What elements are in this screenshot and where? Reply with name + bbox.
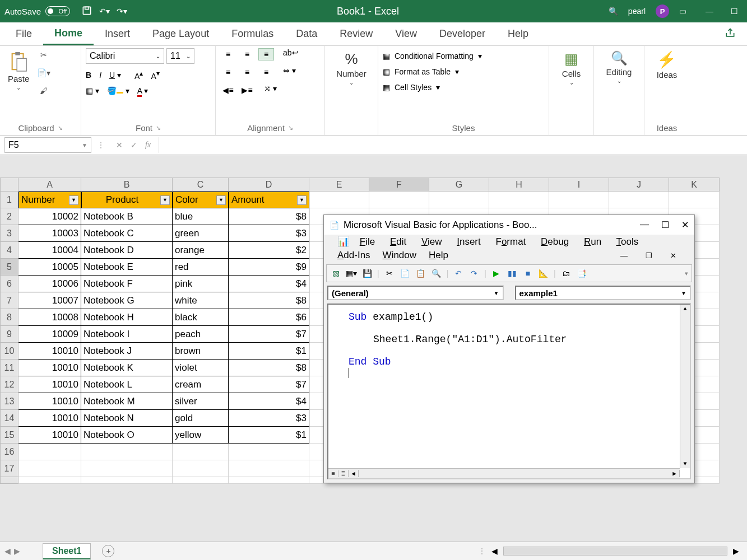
cell[interactable] [369,192,429,208]
row-header[interactable]: 12 [0,376,18,393]
cell[interactable]: 10002 [18,208,81,225]
cells-button[interactable]: ▦ Cells ⌄ [559,48,584,88]
cell[interactable]: 10003 [18,225,81,242]
ribbon-display-icon[interactable]: ▭ [679,7,686,16]
cell[interactable]: $6 [229,309,309,326]
row-header[interactable]: 3 [0,225,18,242]
row-header[interactable]: 11 [0,360,18,376]
vba-excel-icon[interactable]: 📊 [337,236,349,247]
share-button[interactable] [718,27,743,40]
cell[interactable]: 10010 [18,393,81,410]
editing-button[interactable]: 🔍 Editing ⌄ [603,48,635,86]
col-header-C[interactable]: C [173,178,229,192]
cell[interactable]: $1 [229,427,309,444]
scroll-left-icon[interactable]: ◀ [488,547,501,556]
vba-vertical-scrollbar[interactable]: ▲▼ [680,305,690,468]
cut-icon[interactable]: ✂ [36,48,52,62]
vba-minimize-button[interactable]: — [640,220,649,230]
vba-undo-icon[interactable]: ↶ [453,268,464,279]
row-header[interactable]: 16 [0,444,18,460]
cell[interactable]: $3 [229,410,309,427]
cell[interactable] [18,444,81,460]
vba-redo-icon[interactable]: ↷ [468,268,480,279]
row-header[interactable]: 4 [0,242,18,259]
cell[interactable] [173,460,229,477]
vba-design-icon[interactable]: 📐 [538,268,549,279]
col-header-I[interactable]: I [549,178,609,192]
cell[interactable]: 10005 [18,259,81,276]
row-header[interactable]: 8 [0,309,18,326]
alignment-launcher[interactable]: ↘ [288,124,293,132]
vba-menu-run[interactable]: Run [584,236,601,247]
copy-icon[interactable]: 📄▾ [36,66,52,80]
vba-menu-view[interactable]: View [421,236,442,247]
cell[interactable] [81,444,173,460]
vba-mdi-close[interactable]: ✕ [670,251,676,260]
row-header[interactable] [0,477,18,484]
row-header[interactable]: 10 [0,343,18,360]
cell[interactable]: $8 [229,292,309,309]
cell[interactable]: white [173,292,229,309]
cell[interactable]: Notebook M [81,393,173,410]
vba-menu-file[interactable]: File [360,236,375,247]
align-left-icon[interactable]: ≡ [220,66,236,78]
sheet-tab-sheet1[interactable]: Sheet1 [43,543,91,559]
vba-mdi-minimize[interactable]: — [620,251,628,260]
maximize-button[interactable]: ☐ [726,7,743,16]
cell[interactable] [429,192,489,208]
cell[interactable]: Notebook N [81,410,173,427]
font-color-button[interactable]: A ▾ [137,86,148,95]
cell[interactable]: $8 [229,208,309,225]
vba-project-icon[interactable]: 🗂 [560,268,572,279]
cell[interactable]: 10006 [18,276,81,292]
header-cell[interactable]: Amount▼ [229,192,309,208]
cell[interactable]: red [173,259,229,276]
tab-review[interactable]: Review [328,22,384,45]
cell[interactable]: $9 [229,259,309,276]
cell[interactable] [18,477,81,484]
header-cell[interactable]: Color▼ [173,192,229,208]
tab-home[interactable]: Home [43,22,94,45]
cell[interactable]: silver [173,393,229,410]
cell[interactable]: Notebook E [81,259,173,276]
vba-copy-icon[interactable]: 📄 [400,268,411,279]
cell[interactable]: Notebook I [81,326,173,343]
cell[interactable] [489,192,549,208]
vba-procedure-combo[interactable]: example1▼ [515,286,692,300]
tab-file[interactable]: File [4,22,43,45]
cell[interactable]: Notebook D [81,242,173,259]
vba-menu-help[interactable]: Help [429,250,448,261]
vba-code-pane[interactable]: Sub example1() Sheet1.Range("A1:D1").Aut… [327,304,691,479]
merge-center-icon[interactable]: ⇔ ▾ [283,66,296,78]
col-header-A[interactable]: A [18,178,81,192]
cell[interactable]: 10010 [18,427,81,444]
cell[interactable]: blue [173,208,229,225]
cell[interactable] [549,192,609,208]
cell[interactable] [309,192,369,208]
clipboard-launcher[interactable]: ↘ [58,124,63,132]
vba-run-icon[interactable]: ▶ [491,268,502,279]
tab-view[interactable]: View [384,22,428,45]
vba-menu-addins[interactable]: Add-Ins [337,250,370,261]
align-center-icon[interactable]: ≡ [239,66,255,78]
format-painter-icon[interactable]: 🖌 [36,84,52,97]
cell[interactable]: $3 [229,225,309,242]
col-header-J[interactable]: J [609,178,669,192]
cell[interactable]: 10010 [18,410,81,427]
vba-menu-edit[interactable]: Edit [390,236,406,247]
format-as-table-button[interactable]: ▦Format as Table ▾ [383,67,459,76]
grow-font-icon[interactable]: A▴ [134,69,143,81]
cell[interactable] [173,477,229,484]
cell[interactable]: Notebook L [81,376,173,393]
vba-toolbar-overflow[interactable]: ▾ [685,270,688,277]
enter-icon[interactable]: ✓ [131,141,137,150]
select-all-corner[interactable] [0,178,18,192]
cell[interactable]: 10010 [18,376,81,393]
col-header-B[interactable]: B [81,178,173,192]
row-header[interactable]: 5 [0,259,18,276]
redo-icon[interactable]: ↷▾ [117,7,127,16]
cell[interactable]: 10010 [18,343,81,360]
tab-insert[interactable]: Insert [94,22,141,45]
filter-button[interactable]: ▼ [160,195,170,205]
row-header[interactable]: 15 [0,427,18,444]
